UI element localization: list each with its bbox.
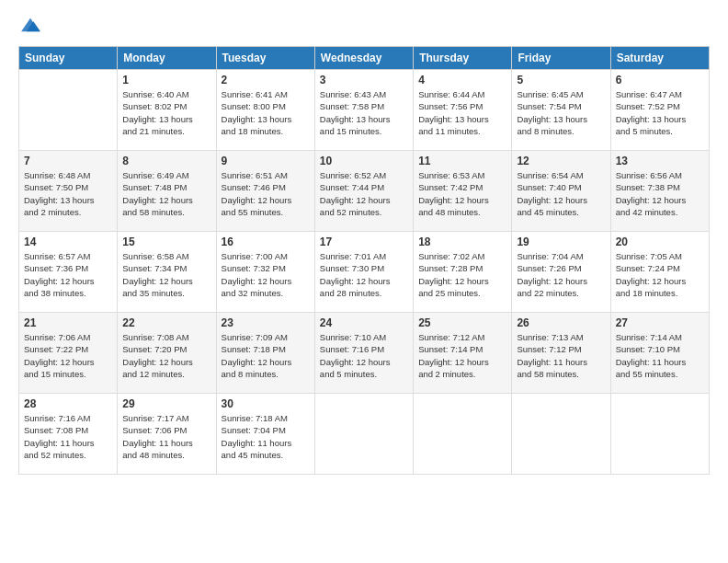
day-cell [610,394,709,475]
day-info: Sunrise: 7:12 AM Sunset: 7:14 PM Dayligh… [418,331,506,380]
day-number: 27 [616,316,704,329]
page: SundayMondayTuesdayWednesdayThursdayFrid… [0,0,728,563]
week-row-1: 1Sunrise: 6:40 AM Sunset: 8:02 PM Daylig… [19,70,710,151]
day-cell: 18Sunrise: 7:02 AM Sunset: 7:28 PM Dayli… [414,232,512,313]
weekday-header-thursday: Thursday [414,47,512,70]
day-info: Sunrise: 6:57 AM Sunset: 7:36 PM Dayligh… [24,250,112,299]
day-cell: 24Sunrise: 7:10 AM Sunset: 7:16 PM Dayli… [314,313,413,394]
logo-icon [20,15,40,35]
day-cell: 23Sunrise: 7:09 AM Sunset: 7:18 PM Dayli… [216,313,314,394]
day-number: 22 [122,316,210,329]
day-cell: 3Sunrise: 6:43 AM Sunset: 7:58 PM Daylig… [314,70,413,151]
day-cell: 28Sunrise: 7:16 AM Sunset: 7:08 PM Dayli… [19,394,118,475]
day-info: Sunrise: 6:47 AM Sunset: 7:52 PM Dayligh… [616,88,704,137]
weekday-header-tuesday: Tuesday [216,47,314,70]
day-info: Sunrise: 6:48 AM Sunset: 7:50 PM Dayligh… [24,169,112,218]
day-cell: 1Sunrise: 6:40 AM Sunset: 8:02 PM Daylig… [118,70,216,151]
day-info: Sunrise: 7:06 AM Sunset: 7:22 PM Dayligh… [24,331,112,380]
day-cell: 27Sunrise: 7:14 AM Sunset: 7:10 PM Dayli… [610,313,709,394]
day-cell: 7Sunrise: 6:48 AM Sunset: 7:50 PM Daylig… [19,151,118,232]
day-number: 21 [24,316,112,329]
day-number: 17 [320,236,408,248]
weekday-header-friday: Friday [512,47,610,70]
day-info: Sunrise: 6:51 AM Sunset: 7:46 PM Dayligh… [222,169,310,218]
day-info: Sunrise: 7:08 AM Sunset: 7:20 PM Dayligh… [122,331,210,380]
day-number: 6 [616,74,704,86]
day-info: Sunrise: 6:45 AM Sunset: 7:54 PM Dayligh… [517,88,605,137]
day-info: Sunrise: 6:56 AM Sunset: 7:38 PM Dayligh… [616,169,704,218]
day-cell: 22Sunrise: 7:08 AM Sunset: 7:20 PM Dayli… [118,313,216,394]
day-cell [314,394,413,475]
day-cell: 16Sunrise: 7:00 AM Sunset: 7:32 PM Dayli… [216,232,314,313]
day-info: Sunrise: 6:41 AM Sunset: 8:00 PM Dayligh… [222,88,310,137]
day-number: 5 [517,74,605,86]
week-row-2: 7Sunrise: 6:48 AM Sunset: 7:50 PM Daylig… [19,151,710,232]
day-info: Sunrise: 6:53 AM Sunset: 7:42 PM Dayligh… [418,169,506,218]
day-cell: 9Sunrise: 6:51 AM Sunset: 7:46 PM Daylig… [216,151,314,232]
day-number: 14 [24,236,112,248]
weekday-header-monday: Monday [118,47,216,70]
header [18,15,710,39]
weekday-header-saturday: Saturday [610,47,709,70]
day-number: 23 [222,316,310,329]
day-number: 11 [418,155,506,167]
day-number: 28 [24,397,112,410]
day-info: Sunrise: 7:16 AM Sunset: 7:08 PM Dayligh… [24,412,112,461]
day-number: 10 [320,155,408,167]
day-number: 12 [517,155,605,167]
week-row-5: 28Sunrise: 7:16 AM Sunset: 7:08 PM Dayli… [19,394,710,475]
day-number: 8 [122,155,210,167]
day-number: 20 [616,236,704,248]
day-cell: 12Sunrise: 6:54 AM Sunset: 7:40 PM Dayli… [512,151,610,232]
week-row-3: 14Sunrise: 6:57 AM Sunset: 7:36 PM Dayli… [19,232,710,313]
weekday-header-wednesday: Wednesday [314,47,413,70]
day-cell: 6Sunrise: 6:47 AM Sunset: 7:52 PM Daylig… [610,70,709,151]
day-cell: 11Sunrise: 6:53 AM Sunset: 7:42 PM Dayli… [414,151,512,232]
day-number: 18 [418,236,506,248]
day-number: 7 [24,155,112,167]
day-info: Sunrise: 7:00 AM Sunset: 7:32 PM Dayligh… [222,250,310,299]
day-number: 3 [320,74,408,86]
day-info: Sunrise: 7:18 AM Sunset: 7:04 PM Dayligh… [222,412,310,461]
day-cell: 17Sunrise: 7:01 AM Sunset: 7:30 PM Dayli… [314,232,413,313]
day-cell: 4Sunrise: 6:44 AM Sunset: 7:56 PM Daylig… [414,70,512,151]
day-info: Sunrise: 6:49 AM Sunset: 7:48 PM Dayligh… [122,169,210,218]
day-cell: 8Sunrise: 6:49 AM Sunset: 7:48 PM Daylig… [118,151,216,232]
day-cell: 20Sunrise: 7:05 AM Sunset: 7:24 PM Dayli… [610,232,709,313]
day-number: 25 [418,316,506,329]
day-number: 26 [517,316,605,329]
day-info: Sunrise: 7:14 AM Sunset: 7:10 PM Dayligh… [616,331,704,380]
day-number: 15 [122,236,210,248]
day-info: Sunrise: 7:09 AM Sunset: 7:18 PM Dayligh… [222,331,310,380]
day-cell: 5Sunrise: 6:45 AM Sunset: 7:54 PM Daylig… [512,70,610,151]
day-cell: 19Sunrise: 7:04 AM Sunset: 7:26 PM Dayli… [512,232,610,313]
day-number: 13 [616,155,704,167]
day-number: 24 [320,316,408,329]
day-info: Sunrise: 6:43 AM Sunset: 7:58 PM Dayligh… [320,88,408,137]
day-cell: 29Sunrise: 7:17 AM Sunset: 7:06 PM Dayli… [118,394,216,475]
day-info: Sunrise: 6:40 AM Sunset: 8:02 PM Dayligh… [122,88,210,137]
day-number: 9 [222,155,310,167]
day-info: Sunrise: 6:58 AM Sunset: 7:34 PM Dayligh… [122,250,210,299]
day-info: Sunrise: 7:05 AM Sunset: 7:24 PM Dayligh… [616,250,704,299]
weekday-header-sunday: Sunday [19,47,118,70]
day-cell: 14Sunrise: 6:57 AM Sunset: 7:36 PM Dayli… [19,232,118,313]
day-cell: 30Sunrise: 7:18 AM Sunset: 7:04 PM Dayli… [216,394,314,475]
day-info: Sunrise: 7:02 AM Sunset: 7:28 PM Dayligh… [418,250,506,299]
day-cell: 15Sunrise: 6:58 AM Sunset: 7:34 PM Dayli… [118,232,216,313]
day-cell: 21Sunrise: 7:06 AM Sunset: 7:22 PM Dayli… [19,313,118,394]
logo [18,15,42,39]
day-cell: 26Sunrise: 7:13 AM Sunset: 7:12 PM Dayli… [512,313,610,394]
day-number: 4 [418,74,506,86]
day-number: 30 [222,397,310,410]
day-info: Sunrise: 7:01 AM Sunset: 7:30 PM Dayligh… [320,250,408,299]
weekday-header-row: SundayMondayTuesdayWednesdayThursdayFrid… [19,47,710,70]
day-cell [19,70,118,151]
day-number: 1 [122,74,210,86]
day-cell [414,394,512,475]
day-number: 19 [517,236,605,248]
day-cell: 10Sunrise: 6:52 AM Sunset: 7:44 PM Dayli… [314,151,413,232]
calendar-table: SundayMondayTuesdayWednesdayThursdayFrid… [18,46,710,475]
day-number: 16 [222,236,310,248]
day-info: Sunrise: 6:44 AM Sunset: 7:56 PM Dayligh… [418,88,506,137]
